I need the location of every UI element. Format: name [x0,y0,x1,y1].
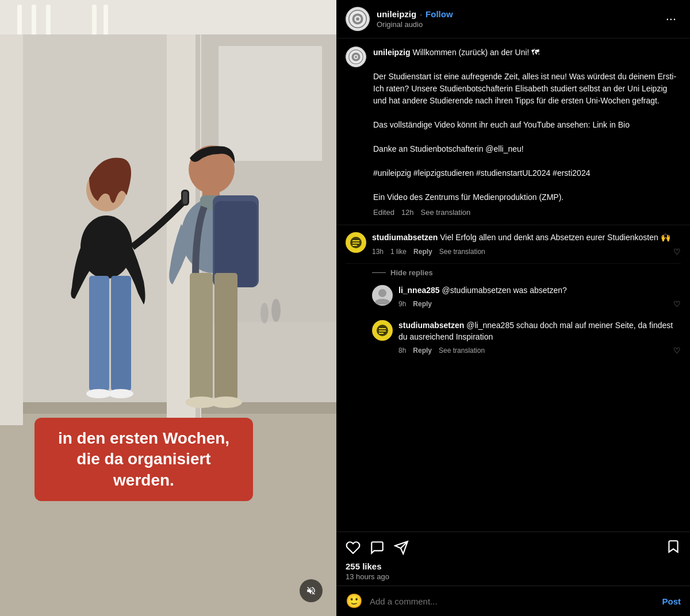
subtitle-box: in den ersten Wochen, die da organisiert… [34,418,253,501]
caption-body: Willkommen (zurück) an der Uni! 🗺 [412,48,539,57]
reply-avatar-li[interactable] [372,285,393,306]
profile-avatar[interactable] [346,7,370,31]
reply-username-2[interactable]: studiumabsetzen [398,321,464,330]
caption-para2: Das vollständige Video könnt ihr euch au… [373,120,630,129]
svg-rect-48 [352,240,359,241]
comment-item: studiumabsetzen Viel Erfolg allen und de… [346,225,681,264]
caption-para3: Danke an Studienbotschafterin @elli_neu! [373,144,524,153]
svg-rect-57 [379,333,384,334]
comment-content: studiumabsetzen Viel Erfolg allen und de… [372,232,681,256]
header-subtitle: Original audio [377,20,661,29]
post-see-translation[interactable]: See translation [421,208,471,217]
likes-count: 255 likes [346,561,681,571]
svg-rect-23 [111,276,131,391]
comment-see-translation[interactable]: See translation [439,248,485,256]
video-panel: in den ersten Wochen, die da organisiert… [0,0,336,616]
reply-item-2: studiumabsetzen @li_nnea285 schau doch m… [372,314,681,361]
reply-time-2: 8h [398,346,406,355]
comment-avatar-studium[interactable] [346,232,366,253]
svg-point-40 [356,17,359,21]
svg-rect-49 [352,242,359,244]
reply-text-1: li_nnea285 @studiumabsetzen was absetzen… [398,285,681,297]
post-caption: unileipzig Willkommen (zurück) an der Un… [373,47,681,203]
svg-point-24 [86,389,112,398]
comment-heart-icon[interactable]: ♡ [673,247,681,256]
header-info: unileipzig · Follow Original audio [377,9,661,29]
reply-see-translation-2[interactable]: See translation [439,346,485,355]
comments-section: studiumabsetzen Viel Erfolg allen und de… [336,225,690,361]
mute-button[interactable] [300,579,323,602]
hide-replies-line [372,272,386,273]
svg-point-25 [108,389,133,398]
svg-rect-22 [89,276,109,391]
post-comment-button[interactable]: Post [662,596,681,606]
header-dot: · [420,10,422,19]
reply-username-1[interactable]: li_nnea285 [398,286,440,295]
comment-button[interactable] [370,540,385,557]
reply-time-1: 9h [398,300,406,308]
reply-content-2: studiumabsetzen @li_nnea285 schau doch m… [398,320,681,355]
hide-replies-label[interactable]: Hide replies [390,268,433,277]
reply-text-2: studiumabsetzen @li_nnea285 schau doch m… [398,320,681,342]
reply-heart-2[interactable]: ♡ [673,346,681,355]
comment-likes: 1 like [390,248,407,256]
svg-point-17 [260,303,269,324]
subtitle-text: in den ersten Wochen, die da organisiert… [48,428,239,491]
svg-rect-50 [352,245,357,246]
post-avatar[interactable] [346,47,366,67]
comment-username[interactable]: studiumabsetzen [372,233,438,242]
caption-username[interactable]: unileipzig [373,48,411,57]
add-comment-bar: 🙂 Add a comment... Post [336,586,690,616]
post-body: unileipzig Willkommen (zurück) an der Un… [336,38,690,225]
svg-rect-12 [0,34,23,425]
reply-button-1[interactable]: Reply [413,300,432,308]
svg-rect-55 [379,328,386,329]
caption-hashtags: #unileipzig #leipzigstudieren #studienst… [373,168,590,178]
actions-bar: 255 likes 13 hours ago [336,532,690,586]
comment-time: 13h [372,248,384,256]
post-time-ago: 13 hours ago [346,572,681,581]
svg-point-16 [271,299,281,322]
right-panel: unileipzig · Follow Original audio ··· [336,0,690,616]
post-time: 12h [401,208,414,217]
comment-input[interactable]: Add a comment... [370,596,655,606]
svg-point-52 [378,289,386,297]
svg-rect-32 [190,273,213,399]
svg-rect-33 [214,273,237,399]
like-button[interactable] [346,540,361,557]
comment-reply-button[interactable]: Reply [413,248,432,256]
share-button[interactable] [394,540,409,557]
reply-item: li_nnea285 @studiumabsetzen was absetzen… [372,279,681,315]
header-username[interactable]: unileipzig [377,9,416,19]
post-edited: Edited [373,208,394,217]
follow-button[interactable]: Follow [425,9,453,19]
reply-avatar-studium2[interactable] [372,320,393,341]
comment-text: studiumabsetzen Viel Erfolg allen und de… [372,232,681,244]
caption-credits: Ein Video des Zentrums für Medienprodukt… [373,192,564,202]
replies-list: li_nnea285 @studiumabsetzen was absetzen… [346,279,681,361]
reply-body-1: @studiumabsetzen was absetzen? [442,286,567,295]
content-scroll[interactable]: unileipzig Willkommen (zurück) an der Un… [336,38,690,532]
reply-content-1: li_nnea285 @studiumabsetzen was absetzen… [398,285,681,309]
bookmark-button[interactable] [666,539,681,558]
svg-rect-21 [183,191,187,204]
svg-rect-56 [379,330,386,332]
reply-heart-1[interactable]: ♡ [673,299,681,309]
comment-body: Viel Erfolg allen und denkt ans Absetzen… [440,233,670,242]
emoji-button[interactable]: 🙂 [346,593,363,609]
hide-replies-button[interactable]: Hide replies [346,264,681,279]
svg-point-35 [210,396,242,408]
svg-rect-15 [218,46,322,161]
more-options-button[interactable]: ··· [661,9,681,29]
reply-button-2[interactable]: Reply [413,346,432,355]
post-header: unileipzig · Follow Original audio ··· [336,0,690,38]
caption-para1: Der Studienstart ist eine aufregende Zei… [373,72,676,105]
svg-point-45 [355,56,357,58]
